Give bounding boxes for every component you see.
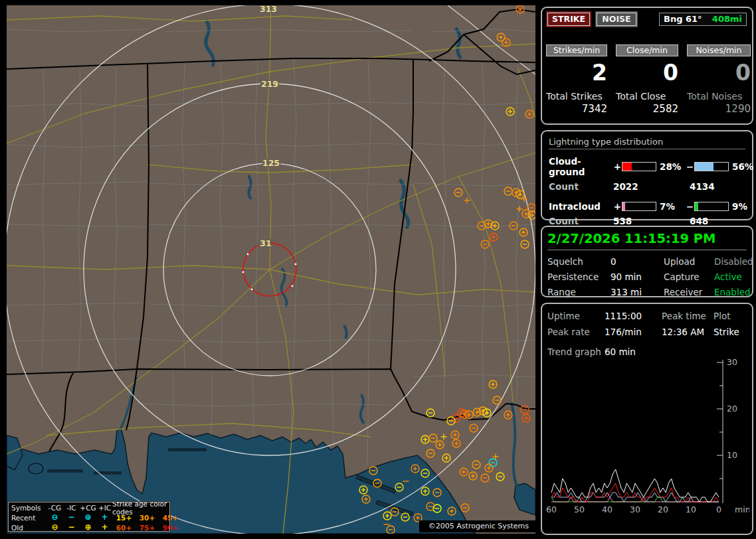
neg-cg-recent-icon: ⊖ bbox=[46, 513, 64, 522]
minus-sign: − bbox=[686, 161, 694, 172]
svg-text:min: min bbox=[735, 504, 749, 514]
close-per-min-value: 0 bbox=[616, 62, 678, 84]
range-label: Range bbox=[547, 287, 611, 297]
legend-col-ncg: -CG bbox=[46, 504, 64, 512]
total-close-label: Total Close bbox=[616, 91, 678, 102]
receiver-label: Receiver bbox=[664, 287, 714, 297]
legend-col-pic: +IC bbox=[97, 504, 112, 512]
noises-per-min-value: 0 bbox=[687, 62, 751, 84]
intracloud-count-row: Count 538 648 bbox=[549, 216, 748, 226]
cg-neg-pct: 56% bbox=[729, 161, 755, 172]
bearing-value: Bng 61° bbox=[664, 13, 702, 25]
pos-cg-old-icon: ⊕ bbox=[79, 523, 97, 532]
cg-neg-count: 4134 bbox=[690, 181, 748, 192]
plot-value: Strike bbox=[713, 327, 747, 337]
cg-pos-bar bbox=[622, 162, 656, 171]
ring-label-31: 31 bbox=[260, 238, 271, 248]
close-per-min-button[interactable]: Close/min bbox=[616, 44, 678, 56]
ic-pos-bar bbox=[622, 202, 656, 211]
upload-label: Upload bbox=[664, 256, 714, 267]
neg-ic-old-icon: − bbox=[64, 523, 79, 532]
uptime-value: 1115:00 bbox=[605, 311, 662, 321]
ic-neg-count: 648 bbox=[690, 216, 748, 226]
age-30: 30+ bbox=[136, 514, 159, 522]
peak-time-label: Peak time bbox=[662, 311, 713, 321]
squelch-value: 0 bbox=[611, 256, 664, 267]
svg-text:30: 30 bbox=[727, 357, 737, 367]
map-canvas[interactable]: 313 219 125 31 bbox=[7, 5, 535, 534]
ring-label-219: 219 bbox=[261, 79, 278, 89]
total-close-value: 2582 bbox=[616, 103, 678, 115]
total-strikes-value: 7342 bbox=[546, 103, 607, 115]
cg-neg-bar bbox=[694, 162, 729, 171]
bearing-display: Bng 61° 408mi bbox=[659, 13, 747, 26]
receiver-status: Enabled bbox=[714, 287, 753, 297]
persistence-label: Persistence bbox=[547, 271, 611, 282]
cg-pos-count: 2022 bbox=[613, 181, 690, 192]
ring-label-125: 125 bbox=[262, 158, 280, 168]
noises-column: Noises/min 0 Total Noises 1290 bbox=[687, 44, 751, 115]
ic-pos-bar-fill bbox=[622, 202, 625, 210]
total-noises-value: 1290 bbox=[687, 103, 751, 115]
total-strikes-label: Total Strikes bbox=[546, 91, 607, 102]
svg-text:10: 10 bbox=[686, 504, 696, 514]
intracloud-row: Intracloud + 7% − 9% bbox=[549, 201, 748, 212]
receiver-status-box: 2/27/2026 11:15:19 PM Squelch 0 Upload D… bbox=[541, 226, 753, 297]
distribution-title: Lightning type distribution bbox=[549, 137, 745, 149]
strikes-per-min-button[interactable]: Strikes/min bbox=[546, 44, 607, 56]
svg-text:20: 20 bbox=[727, 404, 737, 414]
legend-symbols-header: Symbols bbox=[11, 504, 46, 512]
persistence-value: 90 min bbox=[611, 271, 664, 282]
strike-toggle-button[interactable]: STRIKE bbox=[547, 13, 590, 26]
ic-neg-bar-fill bbox=[695, 202, 698, 210]
age-60: 60+ bbox=[112, 524, 136, 532]
copyright-notice: ©2005 Astrogenic Systems bbox=[419, 520, 535, 532]
strikes-column: Strikes/min 2 Total Strikes 7342 bbox=[546, 44, 607, 115]
age-90: 90+ bbox=[159, 524, 182, 532]
ic-pos-count: 538 bbox=[613, 216, 690, 226]
cg-pos-bar-fill bbox=[622, 163, 632, 171]
neg-cg-old-icon: ⊖ bbox=[46, 523, 64, 532]
cloud-ground-row: Cloud-ground + 28% − 56% bbox=[549, 156, 748, 177]
count-label: Count bbox=[549, 216, 613, 226]
current-datetime: 2/27/2026 11:15:19 PM bbox=[547, 231, 747, 250]
trend-series-intracloud-pos-green bbox=[551, 497, 719, 502]
svg-text:0: 0 bbox=[716, 504, 721, 514]
svg-text:40: 40 bbox=[602, 504, 613, 514]
uptime-grid: Uptime 1115:00 Peak time Plot Peak rate … bbox=[547, 311, 747, 337]
app-window: 313 219 125 31 Symbols -CG -IC +CG +IC S… bbox=[0, 0, 756, 539]
trend-graph-chart: 1020306050403020100min bbox=[545, 354, 749, 522]
counters-box: STRIKE NOISE Bng 61° 408mi Strikes/min 2… bbox=[541, 7, 753, 125]
svg-text:30: 30 bbox=[630, 504, 640, 514]
peak-rate-label: Peak rate bbox=[547, 327, 605, 337]
plus-sign: + bbox=[613, 161, 622, 172]
svg-text:10: 10 bbox=[727, 450, 737, 460]
count-label: Count bbox=[549, 181, 613, 192]
plot-label: Plot bbox=[713, 311, 747, 321]
total-noises-label: Total Noises bbox=[687, 91, 751, 102]
noise-toggle-button[interactable]: NOISE bbox=[597, 13, 636, 26]
legend-col-nic: -IC bbox=[64, 504, 79, 512]
ic-neg-pct: 9% bbox=[729, 201, 755, 212]
legend-row-recent-label: Recent bbox=[11, 514, 46, 522]
cloud-ground-label: Cloud-ground bbox=[549, 156, 613, 177]
upload-status: Disabled bbox=[714, 256, 753, 267]
bearing-range-value: 408mi bbox=[712, 13, 742, 25]
noises-per-min-button[interactable]: Noises/min bbox=[687, 44, 751, 56]
capture-status: Active bbox=[714, 271, 753, 282]
ic-neg-bar bbox=[694, 202, 729, 211]
legend-row-old-label: Old bbox=[11, 524, 46, 532]
lightning-map[interactable]: 313 219 125 31 Symbols -CG -IC +CG +IC S… bbox=[7, 5, 535, 534]
squelch-label: Squelch bbox=[547, 256, 611, 267]
svg-text:60: 60 bbox=[546, 504, 557, 514]
age-15: 15+ bbox=[112, 514, 136, 522]
map-legend: Symbols -CG -IC +CG +IC Strike age color… bbox=[8, 502, 170, 532]
distribution-box: Lightning type distribution Cloud-ground… bbox=[541, 130, 753, 220]
pos-ic-old-icon: + bbox=[97, 523, 112, 532]
range-value: 313 mi bbox=[611, 287, 664, 297]
cg-pos-pct: 28% bbox=[656, 161, 686, 172]
trend-box: Uptime 1115:00 Peak time Plot Peak rate … bbox=[541, 303, 753, 535]
neg-ic-recent-icon: − bbox=[64, 513, 79, 522]
pos-cg-recent-icon: ⊕ bbox=[79, 513, 97, 522]
pos-ic-recent-icon: + bbox=[97, 513, 112, 522]
